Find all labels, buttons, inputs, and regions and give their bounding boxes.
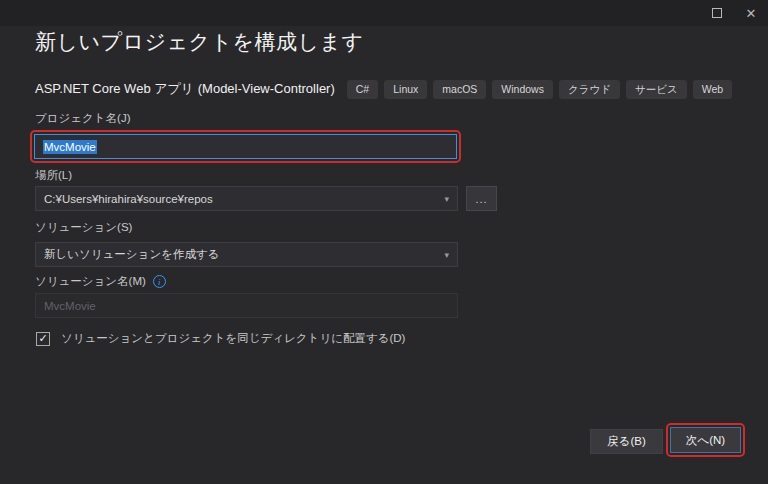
same-directory-option: ✓ ソリューションとプロジェクトを同じディレクトリに配置する(D) <box>36 331 405 346</box>
close-icon: ✕ <box>746 7 757 20</box>
solution-value: 新しいソリューションを作成する <box>44 247 219 262</box>
project-type-row: ASP.NET Core Web アプリ (Model-View-Control… <box>35 80 738 99</box>
solution-combobox[interactable]: 新しいソリューションを作成する ▾ <box>35 242 458 267</box>
check-icon: ✓ <box>38 332 47 345</box>
location-combobox[interactable]: C:¥Users¥hirahira¥source¥repos ▾ <box>35 186 458 211</box>
solution-name-label: ソリューション名(M) <box>35 274 146 289</box>
info-icon[interactable]: i <box>153 275 166 288</box>
back-button[interactable]: 戻る(B) <box>590 429 663 454</box>
same-directory-label: ソリューションとプロジェクトを同じディレクトリに配置する(D) <box>61 331 405 346</box>
project-name-value: MvcMovie <box>43 140 97 154</box>
page-title: 新しいプロジェクトを構成します <box>35 28 363 56</box>
solution-name-value: MvcMovie <box>44 300 96 312</box>
solution-label: ソリューション(S) <box>35 220 132 235</box>
tag-cloud: クラウド <box>559 80 620 99</box>
annotation-ring-next: 次へ(N) <box>666 423 745 457</box>
tag-macos: macOS <box>433 80 486 99</box>
maximize-icon <box>712 8 722 18</box>
project-name-input[interactable]: MvcMovie <box>34 134 457 159</box>
maximize-button[interactable] <box>700 0 734 26</box>
close-button[interactable]: ✕ <box>734 0 768 26</box>
tag-service: サービス <box>626 80 687 99</box>
tag-linux: Linux <box>384 80 427 99</box>
project-name-label: プロジェクト名(J) <box>35 111 131 126</box>
same-directory-checkbox[interactable]: ✓ <box>36 332 50 346</box>
chevron-down-icon: ▾ <box>444 250 449 260</box>
location-value: C:¥Users¥hirahira¥source¥repos <box>44 193 213 205</box>
title-bar: ✕ <box>0 0 768 26</box>
chevron-down-icon: ▾ <box>444 194 449 204</box>
tag-csharp: C# <box>347 80 378 99</box>
tag-windows: Windows <box>492 80 553 99</box>
annotation-ring-project-name: MvcMovie <box>30 130 461 163</box>
project-type-name: ASP.NET Core Web アプリ (Model-View-Control… <box>35 80 335 98</box>
location-label: 場所(L) <box>35 168 72 183</box>
solution-name-label-row: ソリューション名(M) i <box>35 274 166 289</box>
browse-location-button[interactable]: ... <box>466 186 497 211</box>
configure-project-dialog: ✕ 新しいプロジェクトを構成します ASP.NET Core Web アプリ (… <box>0 0 768 484</box>
tag-web: Web <box>693 80 732 99</box>
next-button[interactable]: 次へ(N) <box>670 427 741 453</box>
solution-name-input-disabled: MvcMovie <box>35 293 458 318</box>
